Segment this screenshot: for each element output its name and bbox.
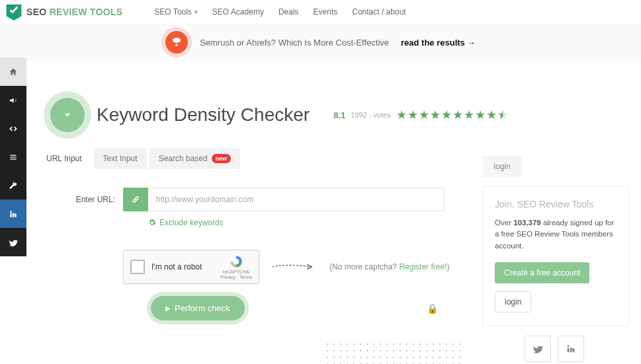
url-label: Enter URL: [64,195,123,204]
recaptcha-checkbox[interactable] [130,260,145,274]
rating: 8.1 1992 - votes ★★★★★★★★★★ [333,108,508,122]
linkedin-share-icon[interactable] [558,336,584,362]
new-badge: new [212,154,232,163]
arrow-right-icon [271,262,318,272]
rating-stars: ★★★★★★★★★★ [396,108,508,122]
nav-seo-academy[interactable]: SEO Academy [212,7,264,17]
rating-score: 8.1 [333,110,345,120]
list-icon[interactable] [0,143,26,171]
logo[interactable]: SEO REVIEW TOOLS [5,3,122,20]
linkedin-icon[interactable] [0,200,26,228]
perform-check-button[interactable]: ▶Perform check [151,296,245,320]
social-buttons [525,336,629,362]
chevron-down-icon: ▾ [194,9,198,15]
trophy-icon [165,31,188,54]
join-title: Join, SEO Review Tools [495,199,617,209]
recaptcha-logo: reCAPTCHA Privacy - Terms [220,254,252,279]
login-tab[interactable]: login [482,156,522,177]
play-icon: ▶ [165,305,171,312]
promo-text: Semrush or Ahrefs? Which Is More Cost-Ef… [200,38,389,48]
code-icon[interactable] [0,114,26,143]
page-title: Keyword Density Checker [97,104,310,126]
wrench-icon[interactable] [0,171,26,200]
recaptcha-widget: I'm not a robot reCAPTCHA Privacy - Term… [123,250,259,284]
link-icon [123,188,148,211]
decorative-dots [324,341,463,364]
join-text: Over 103,379 already signed up for a fre… [495,217,617,252]
lock-icon: 🔒 [427,303,438,314]
tab-url-input[interactable]: URL Input [37,148,91,169]
home-icon[interactable] [0,57,26,86]
promo-link[interactable]: read the results→ [401,38,476,48]
nav-contact[interactable]: Contact / about [352,7,406,17]
no-captcha-text: (No more captcha? Register free!) [329,262,449,272]
register-free-link[interactable]: Register free! [399,262,447,272]
twitter-share-icon[interactable] [525,336,551,362]
rating-votes: 1992 - votes [351,111,391,119]
primary-nav: SEO Tools▾ SEO Academy Deals Events Cont… [154,7,406,17]
nav-deals[interactable]: Deals [278,7,299,17]
recaptcha-label: I'm not a robot [151,262,214,272]
login-button[interactable]: login [495,291,531,312]
promo-bar: Semrush or Ahrefs? Which Is More Cost-Ef… [0,24,641,61]
side-toolbar [0,57,26,256]
gear-icon [148,219,156,227]
logo-mark-icon [5,3,22,20]
nav-seo-tools[interactable]: SEO Tools▾ [154,7,197,17]
twitter-icon[interactable] [0,228,26,256]
megaphone-icon[interactable] [0,86,26,114]
chevron-down-icon [50,98,85,132]
create-account-button[interactable]: Create a free account [495,262,589,283]
tab-search-based[interactable]: Search basednew [150,148,241,169]
join-card: Join, SEO Review Tools Over 103,379 alre… [482,186,629,326]
tab-text-input[interactable]: Text Input [94,148,147,169]
logo-text: SEO REVIEW TOOLS [26,7,122,17]
url-input[interactable] [148,188,445,211]
nav-events[interactable]: Events [314,7,338,17]
